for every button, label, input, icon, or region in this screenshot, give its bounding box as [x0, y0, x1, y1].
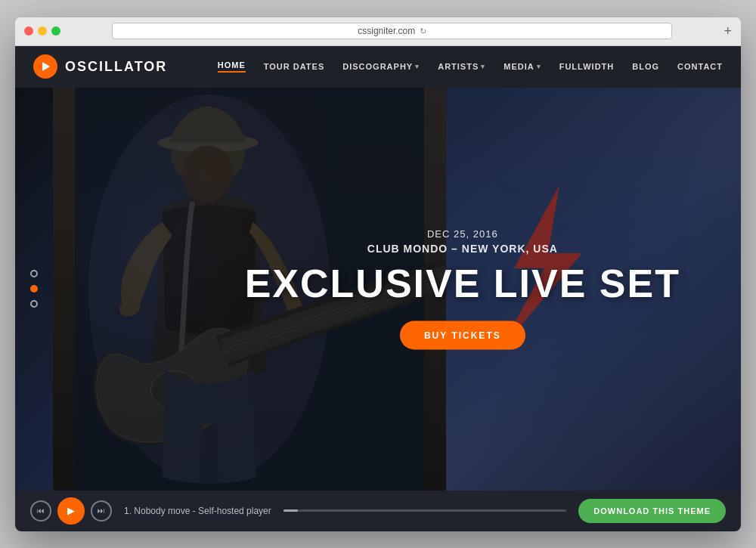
progress-fill [284, 509, 298, 512]
website: OSCILLATOR HOME TOUR DATES DISCOGRAPHY ▾… [15, 46, 741, 531]
hero-title: EXCLUSIVE LIVE SET [245, 264, 680, 303]
browser-window: cssigniter.com ↻ + OSCILLATOR HOME TOUR … [15, 17, 741, 531]
navbar: OSCILLATOR HOME TOUR DATES DISCOGRAPHY ▾… [15, 46, 741, 88]
new-tab-button[interactable]: + [723, 23, 732, 39]
chevron-down-icon: ▾ [481, 63, 485, 70]
chevron-down-icon: ▾ [537, 63, 541, 70]
hero-date: DEC 25, 2016 [245, 228, 680, 240]
nav-link-artists[interactable]: ARTISTS ▾ [438, 62, 485, 71]
logo[interactable]: OSCILLATOR [33, 54, 167, 79]
track-number: 1. [124, 506, 132, 516]
slide-dot-1[interactable] [30, 270, 38, 277]
logo-icon [33, 54, 57, 79]
slide-dot-2[interactable] [30, 285, 38, 293]
download-theme-button[interactable]: DOWNLOAD THIS THEME [578, 499, 726, 523]
url-text: cssigniter.com [358, 26, 415, 36]
buy-tickets-button[interactable]: BUY TICKETS [400, 321, 525, 350]
traffic-light-maximize[interactable] [51, 26, 60, 36]
refresh-icon[interactable]: ↻ [420, 26, 426, 36]
nav-link-media[interactable]: MEDIA ▾ [503, 62, 541, 71]
traffic-light-close[interactable] [24, 26, 33, 36]
prev-track-button[interactable]: ⏮ [30, 500, 51, 522]
hero-content: DEC 25, 2016 CLUB MONDO – NEW YORK, USA … [245, 228, 680, 350]
play-button[interactable]: ▶ [57, 497, 85, 525]
slide-dot-3[interactable] [30, 300, 38, 308]
nav-link-contact[interactable]: CONTACT [677, 62, 723, 71]
browser-chrome: cssigniter.com ↻ + [15, 17, 741, 46]
chevron-down-icon: ▾ [415, 63, 420, 70]
traffic-light-minimize[interactable] [38, 26, 47, 36]
track-info: 1. Nobody move - Self-hosted player [124, 506, 271, 516]
nav-link-discography[interactable]: DISCOGRAPHY ▾ [342, 62, 420, 71]
hero-section: DEC 25, 2016 CLUB MONDO – NEW YORK, USA … [15, 88, 741, 491]
track-name: Nobody move - Self-hosted player [134, 506, 271, 516]
hero-venue: CLUB MONDO – NEW YORK, USA [245, 243, 680, 255]
player-bar: ⏮ ▶ ⏭ 1. Nobody move - Self-hosted playe… [15, 491, 741, 531]
next-track-button[interactable]: ⏭ [91, 500, 112, 522]
slide-indicators [30, 270, 38, 308]
logo-text: OSCILLATOR [65, 59, 167, 75]
nav-link-home[interactable]: HOME [218, 60, 246, 73]
nav-link-fullwidth[interactable]: FULLWIDTH [559, 62, 615, 71]
traffic-lights [24, 26, 60, 36]
nav-links: HOME TOUR DATES DISCOGRAPHY ▾ ARTISTS ▾ … [218, 60, 723, 73]
address-bar[interactable]: cssigniter.com ↻ [112, 23, 672, 39]
progress-bar[interactable] [284, 509, 567, 512]
nav-link-blog[interactable]: BLOG [632, 62, 659, 71]
nav-link-tour-dates[interactable]: TOUR DATES [264, 62, 325, 71]
player-controls: ⏮ ▶ ⏭ [30, 497, 112, 525]
